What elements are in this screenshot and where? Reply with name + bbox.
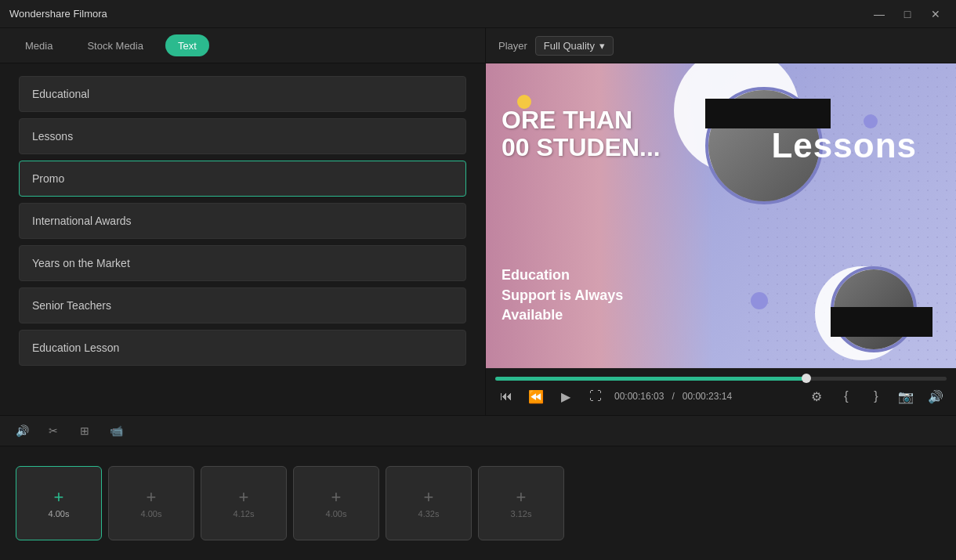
quality-dropdown[interactable]: Full Quality ▾ bbox=[535, 36, 614, 56]
player-header: Player Full Quality ▾ bbox=[486, 28, 956, 63]
clip-2[interactable]: + 4.00s bbox=[108, 466, 194, 540]
camera-icon[interactable]: 📹 bbox=[107, 421, 125, 440]
preview-background: ORE THAN 00 STUDEN... Lessons Education … bbox=[486, 63, 956, 368]
clip-6[interactable]: + 3.12s bbox=[478, 466, 564, 540]
controls-left: ⏮ ⏪ ▶ ⛶ 00:00:16:03 / 00:00:23:14 bbox=[495, 385, 732, 407]
add-clip-icon-5: + bbox=[424, 489, 434, 506]
add-clip-icon-3: + bbox=[239, 489, 249, 506]
audio-icon[interactable]: 🔊 bbox=[13, 421, 31, 440]
list-item-education-lesson[interactable]: Education Lesson bbox=[19, 330, 466, 366]
maximize-button[interactable]: □ bbox=[896, 6, 918, 22]
clip-3[interactable]: + 4.12s bbox=[201, 466, 287, 540]
timeline: + 4.00s + 4.00s + 4.12s + 4.00s + 4.32s … bbox=[0, 446, 956, 560]
controls-row: ⏮ ⏪ ▶ ⛶ 00:00:16:03 / 00:00:23:14 ⚙ { } … bbox=[495, 385, 947, 407]
volume-button[interactable]: 🔊 bbox=[925, 385, 947, 407]
bottom-toolbar: 🔊 ✂ ⊞ 📹 bbox=[0, 415, 956, 446]
template-list: Educational Lessons Promo International … bbox=[0, 63, 485, 415]
left-panel: Media Stock Media Text Educational Lesso… bbox=[0, 28, 486, 415]
clip-4[interactable]: + 4.00s bbox=[293, 466, 379, 540]
clip-duration-6: 3.12s bbox=[511, 509, 532, 518]
list-item-international-awards[interactable]: International Awards bbox=[19, 203, 466, 239]
tab-bar: Media Stock Media Text bbox=[0, 28, 485, 63]
clip-duration-5: 4.32s bbox=[418, 509, 440, 518]
list-item-educational[interactable]: Educational bbox=[19, 76, 466, 112]
preview-sub-text: Education Support is Always Available bbox=[502, 266, 623, 325]
black-bar-2 bbox=[831, 307, 932, 337]
settings-button[interactable]: ⚙ bbox=[806, 385, 827, 407]
progress-fill bbox=[495, 377, 806, 381]
snapshot-button[interactable]: 📷 bbox=[895, 385, 917, 407]
bracket-open-button[interactable]: { bbox=[835, 385, 857, 407]
small-circle-purple-2 bbox=[751, 292, 768, 309]
bracket-close-button[interactable]: } bbox=[865, 385, 887, 407]
preview-lessons-text: Lessons bbox=[771, 126, 917, 165]
quality-label: Full Quality bbox=[544, 40, 595, 52]
window-controls: — □ ✕ bbox=[868, 6, 947, 22]
list-item-promo[interactable]: Promo bbox=[19, 161, 466, 197]
list-item-lessons[interactable]: Lessons bbox=[19, 118, 466, 154]
tab-text[interactable]: Text bbox=[165, 34, 209, 56]
time-current: 00:00:16:03 bbox=[614, 391, 664, 402]
clip-duration-3: 4.12s bbox=[234, 509, 255, 518]
transform-icon[interactable]: ⊞ bbox=[75, 421, 94, 440]
back-frame-button[interactable]: ⏪ bbox=[525, 385, 547, 407]
clip-1[interactable]: + 4.00s bbox=[16, 466, 102, 540]
play-button[interactable]: ▶ bbox=[555, 385, 577, 407]
rewind-button[interactable]: ⏮ bbox=[495, 385, 517, 407]
close-button[interactable]: ✕ bbox=[925, 6, 947, 22]
titlebar: Wondershare Filmora — □ ✕ bbox=[0, 0, 956, 28]
tab-stock-media[interactable]: Stock Media bbox=[74, 34, 156, 56]
minimize-button[interactable]: — bbox=[868, 6, 890, 22]
tab-media[interactable]: Media bbox=[13, 34, 65, 56]
time-total: 00:00:23:14 bbox=[683, 391, 732, 402]
main-layout: Media Stock Media Text Educational Lesso… bbox=[0, 28, 956, 415]
clip-duration-4: 4.00s bbox=[326, 509, 347, 518]
progress-handle[interactable] bbox=[802, 374, 811, 383]
chevron-down-icon: ▾ bbox=[599, 40, 605, 52]
list-item-years-on-market[interactable]: Years on the Market bbox=[19, 245, 466, 281]
clip-duration-2: 4.00s bbox=[141, 509, 162, 518]
list-item-senior-teachers[interactable]: Senior Teachers bbox=[19, 287, 466, 323]
controls-right: ⚙ { } 📷 🔊 bbox=[806, 385, 947, 407]
add-clip-icon-4: + bbox=[331, 489, 342, 506]
clip-duration-1: 4.00s bbox=[49, 509, 70, 518]
add-clip-icon-6: + bbox=[516, 489, 527, 506]
fullscreen-button[interactable]: ⛶ bbox=[585, 385, 607, 407]
app-title: Wondershare Filmora bbox=[9, 8, 107, 20]
time-separator: / bbox=[672, 391, 674, 402]
clip-5[interactable]: + 4.32s bbox=[386, 466, 472, 540]
progress-bar[interactable] bbox=[495, 377, 947, 381]
add-clip-icon-2: + bbox=[147, 489, 157, 506]
video-preview: ORE THAN 00 STUDEN... Lessons Education … bbox=[486, 63, 956, 368]
player-controls: ⏮ ⏪ ▶ ⛶ 00:00:16:03 / 00:00:23:14 ⚙ { } … bbox=[486, 368, 956, 415]
black-bar-1 bbox=[705, 99, 831, 128]
preview-main-text: ORE THAN 00 STUDEN... bbox=[502, 107, 661, 161]
timeline-clips: + 4.00s + 4.00s + 4.12s + 4.00s + 4.32s … bbox=[0, 446, 956, 560]
player-label: Player bbox=[498, 40, 527, 52]
right-panel: Player Full Quality ▾ bbox=[486, 28, 956, 415]
crop-icon[interactable]: ✂ bbox=[44, 421, 63, 440]
add-clip-icon-1: + bbox=[54, 489, 64, 506]
